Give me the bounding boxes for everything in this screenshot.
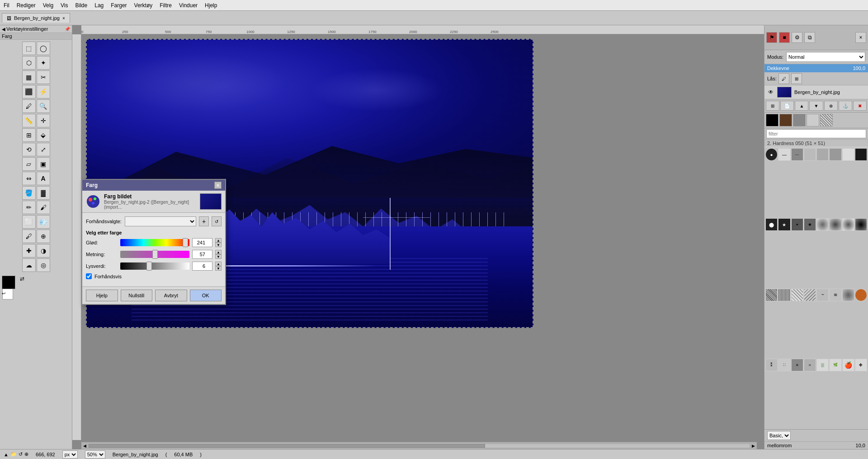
brush-cell-blur1[interactable] [842,289,854,301]
help-button[interactable]: Hjelp [86,290,118,301]
brush-cell-dots[interactable]: ··· [791,148,803,161]
foreground-color[interactable] [2,276,15,289]
lock-position-button[interactable]: ⊞ [791,73,802,84]
brush-cell-sketch4[interactable]: ≈ [804,359,816,371]
brush-cell-soft3[interactable] [842,218,854,231]
mode-select[interactable]: Normal [786,52,865,62]
brush-cell-texture1[interactable] [765,289,778,301]
glod-input[interactable] [192,238,212,247]
lock-pixels-button[interactable]: 🖊 [778,73,789,84]
ok-button[interactable]: OK [190,290,222,301]
brush-dark-icon[interactable] [779,114,792,126]
menu-filtre[interactable]: Filtre [156,1,175,9]
preview-checkbox[interactable] [86,273,92,279]
tool-airbrush[interactable]: 💨 [37,215,50,229]
status-icon-1[interactable]: ▲ [4,452,9,457]
duplicate-layer-button[interactable]: ⊕ [824,101,838,111]
brush-cell-sketch1[interactable]: ⁑ [765,359,778,371]
tool-clone[interactable]: ⊕ [37,230,50,243]
panel-icon-1[interactable]: ⚑ [766,32,777,43]
brush-light-icon[interactable] [807,114,819,126]
preset-select[interactable] [125,216,196,226]
brush-cell-gray2[interactable] [829,148,841,161]
lysverdi-up-button[interactable]: ▲ [215,262,222,266]
menu-farger[interactable]: Farger [107,1,130,9]
tool-ellipse-select[interactable]: ◯ [37,42,50,55]
brush-cell-light[interactable] [804,148,816,161]
brush-cell-grass2[interactable]: 🌿 [829,359,841,371]
raise-layer-button[interactable]: ▲ [795,101,808,111]
tool-dodge-burn[interactable]: ◑ [37,244,50,258]
brush-cell-texture4[interactable] [804,289,816,301]
glod-down-button[interactable]: ▼ [215,243,222,247]
metning-slider-thumb[interactable] [152,250,158,259]
preset-add-button[interactable]: + [199,216,209,226]
menu-vinduer[interactable]: Vinduer [175,1,201,9]
brush-cell-dash[interactable]: — [778,148,790,161]
status-icon-4[interactable]: ⊕ [24,451,28,457]
brush-cell-grass1[interactable]: ||| [816,359,829,371]
new-layer-group-button[interactable]: ⊞ [766,101,779,111]
brush-cell-squiggle[interactable]: ~ [816,289,829,301]
menu-verktoy[interactable]: Verktøy [131,1,156,9]
brush-cell-texture2[interactable] [778,289,790,301]
brush-cell-star[interactable]: ★ [778,218,790,231]
tool-convolve[interactable]: ◎ [37,258,50,272]
tool-pencil[interactable]: ✏ [22,201,36,214]
status-icon-2[interactable]: 📁 [10,451,17,457]
brush-cell-circle-xl[interactable]: ⬤ [765,218,778,231]
dialog-close-button[interactable]: × [214,182,222,189]
lysverdi-slider-thumb[interactable] [146,262,152,271]
tool-flip[interactable]: ⇔ [22,172,36,185]
tool-crop[interactable]: ⬙ [37,128,50,142]
scroll-left-btn[interactable]: ◀ [83,444,86,448]
panel-close-icon[interactable]: × [855,32,866,43]
brush-cell-dark1[interactable] [855,148,867,161]
h-scrollbar-track[interactable] [88,444,750,448]
lysverdi-input[interactable] [192,262,212,271]
scroll-right-btn[interactable]: ▶ [752,444,755,448]
metning-slider-track[interactable] [120,251,189,258]
image-tab[interactable]: 🖼 Bergen_by_night.jpg × [2,13,70,23]
panel-icon-2[interactable]: ■ [779,32,790,43]
panel-icon-3[interactable]: ⚙ [792,32,802,43]
tool-color-picker[interactable]: 🖊 [22,99,36,113]
reset-colors-icon[interactable]: ↩ [2,291,5,296]
brush-cell-soft4[interactable] [855,218,867,231]
delete-layer-button[interactable]: ✖ [853,101,867,111]
tool-bucket-fill[interactable]: 🪣 [22,186,36,200]
new-layer-button[interactable]: 📄 [780,101,794,111]
brush-cell-circle-lg[interactable]: ● [765,148,778,161]
tool-rectangle-select[interactable]: ⬚ [22,42,36,55]
menu-hjelp[interactable]: Hjelp [201,1,221,9]
swap-colors-icon[interactable]: ⇄ [20,276,24,282]
brush-black-icon[interactable] [766,114,778,126]
lysverdi-down-button[interactable]: ▼ [215,266,222,271]
brush-category-select[interactable]: Basic, [767,431,791,440]
tool-ink[interactable]: 🖋 [22,230,36,243]
tool-by-color-select[interactable]: ▦ [22,70,36,84]
tool-move[interactable]: ✛ [37,114,50,127]
tool-zoom[interactable]: 🔍 [37,99,50,113]
brush-cell-gray3[interactable] [842,148,854,161]
menu-vis[interactable]: Vis [57,1,71,9]
layer-visibility-icon[interactable]: 👁 [767,89,774,96]
menu-lag[interactable]: Lag [91,1,107,9]
brush-cell-special[interactable]: ✤ [855,359,867,371]
anchor-layer-button[interactable]: ⚓ [839,101,852,111]
metning-input[interactable] [192,250,212,259]
tool-scissors[interactable]: ✂ [37,70,50,84]
tool-smudge[interactable]: ☁ [22,258,36,272]
tool-perspective[interactable]: ▣ [37,157,50,171]
preset-reset-button[interactable]: ↺ [212,216,222,226]
brush-cell-leaf[interactable]: 🍎 [842,359,854,371]
brush-cell-sketch2[interactable]: ∷ [778,359,790,371]
tool-heal[interactable]: ✚ [22,244,36,258]
brush-cell-sketch3[interactable]: ≡ [791,359,803,371]
menu-velg[interactable]: Velg [39,1,57,9]
toolbox-pin-icon[interactable]: 📌 [65,27,70,32]
glod-slider-thumb[interactable] [183,238,188,247]
toolbox-collapse-icon[interactable]: ◀ [2,27,5,32]
lysverdi-slider-track[interactable] [120,262,189,270]
metning-down-button[interactable]: ▼ [215,254,222,259]
